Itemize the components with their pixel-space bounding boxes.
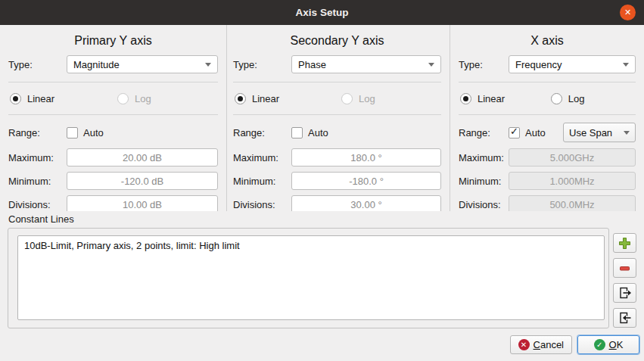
radio-checked-icon [460, 93, 471, 104]
list-item[interactable]: 10dB-Limit, Primary axis, 2 points, limi… [24, 239, 598, 252]
minimum-label: Minimum: [459, 176, 509, 187]
divisions-input [509, 195, 636, 211]
minimum-label: Minimum: [8, 176, 67, 187]
panel-title: Primary Y axis [8, 33, 218, 49]
separator [8, 82, 218, 82]
type-select[interactable]: Frequency [509, 55, 636, 73]
export-lines-button[interactable] [613, 283, 636, 303]
type-select-value: Frequency [515, 59, 618, 70]
add-line-button[interactable] [613, 233, 636, 253]
ok-button-label: OK [609, 339, 624, 350]
cancel-button-label: Cancel [534, 339, 564, 350]
type-label: Type: [233, 59, 291, 70]
log-radio-label: Log [135, 93, 151, 104]
chevron-down-icon [205, 63, 211, 67]
auto-checkbox-label: Auto [308, 127, 328, 138]
divisions-label: Divisions: [233, 199, 291, 210]
radio-checked-icon [235, 93, 246, 104]
panel-title: Secondary Y axis [233, 33, 441, 49]
export-icon [618, 286, 632, 300]
linear-radio-label: Linear [478, 93, 505, 104]
range-label: Range: [459, 127, 509, 138]
separator [459, 114, 636, 115]
log-radio: Log [117, 93, 151, 104]
type-select[interactable]: Magnitude [67, 55, 218, 73]
separator [233, 82, 441, 82]
constant-lines-section: 10dB-Limit, Primary axis, 2 points, limi… [0, 228, 644, 328]
maximum-label: Maximum: [459, 152, 509, 163]
minimum-input[interactable] [291, 172, 441, 190]
cancel-button[interactable]: ✕ Cancel [510, 335, 572, 354]
panel-title: X axis [459, 33, 636, 49]
range-label: Range: [8, 127, 67, 138]
constant-lines-label: Constant Lines [8, 213, 644, 225]
type-select[interactable]: Phase [291, 55, 441, 73]
divisions-input[interactable] [67, 195, 218, 211]
constant-lines-groupbox: 10dB-Limit, Primary axis, 2 points, limi… [8, 228, 609, 328]
type-select-value: Magnitude [73, 59, 201, 70]
linear-radio[interactable]: Linear [8, 93, 117, 104]
auto-checkbox[interactable]: Auto [67, 127, 104, 138]
dialog-footer: ✕ Cancel ✓ OK [0, 328, 644, 361]
log-radio[interactable]: Log [551, 93, 585, 104]
chevron-down-icon [623, 63, 629, 67]
span-mode-value: Use Span [569, 127, 619, 138]
close-button[interactable]: ✕ [620, 5, 636, 20]
log-radio-label: Log [568, 93, 585, 104]
minus-icon [618, 262, 631, 275]
checkbox-unchecked-icon [291, 127, 303, 138]
constant-lines-list[interactable]: 10dB-Limit, Primary axis, 2 points, limi… [17, 235, 605, 320]
ok-icon: ✓ [594, 339, 605, 350]
checkbox-unchecked-icon [67, 127, 78, 138]
maximum-label: Maximum: [233, 152, 291, 163]
remove-line-button[interactable] [613, 258, 636, 278]
axis-columns: Primary Y axis Type: Magnitude Linear Lo… [0, 25, 644, 211]
radio-checked-icon [10, 93, 21, 104]
log-radio: Log [341, 93, 375, 104]
radio-unchecked-icon [551, 93, 562, 104]
log-radio-label: Log [359, 93, 375, 104]
type-select-value: Phase [298, 59, 424, 70]
auto-checkbox-label: Auto [83, 127, 104, 138]
type-label: Type: [8, 59, 67, 70]
import-lines-button[interactable] [613, 308, 636, 328]
minimum-input [509, 172, 636, 190]
auto-checkbox[interactable]: Auto [509, 127, 546, 138]
titlebar[interactable]: Axis Setup ✕ [0, 0, 644, 25]
linear-radio[interactable]: Linear [233, 93, 341, 104]
chevron-down-icon [428, 63, 434, 67]
constant-lines-buttons [613, 228, 636, 328]
type-label: Type: [459, 59, 509, 70]
maximum-input [509, 148, 636, 166]
divisions-label: Divisions: [459, 199, 509, 210]
primary-y-axis-panel: Primary Y axis Type: Magnitude Linear Lo… [0, 25, 227, 211]
x-axis-panel: X axis Type: Frequency Linear Log [450, 25, 644, 211]
close-icon: ✕ [624, 5, 631, 20]
linear-radio-label: Linear [27, 93, 54, 104]
separator [233, 114, 441, 115]
auto-checkbox[interactable]: Auto [291, 127, 328, 138]
cancel-icon: ✕ [518, 339, 530, 350]
maximum-input[interactable] [67, 148, 218, 166]
radio-unchecked-icon [117, 93, 129, 104]
ok-button[interactable]: ✓ OK [577, 335, 639, 354]
divisions-input[interactable] [291, 195, 441, 211]
separator [8, 114, 218, 115]
span-mode-select[interactable]: Use Span [563, 123, 636, 142]
secondary-y-axis-panel: Secondary Y axis Type: Phase Linear Log [227, 25, 450, 211]
auto-checkbox-label: Auto [525, 127, 546, 138]
range-label: Range: [233, 127, 291, 138]
axis-setup-dialog: Axis Setup ✕ Primary Y axis Type: Magnit… [0, 0, 644, 361]
separator [459, 82, 636, 82]
window-title: Axis Setup [296, 7, 349, 18]
minimum-label: Minimum: [233, 176, 291, 187]
plus-icon [618, 237, 631, 250]
checkbox-checked-icon [509, 127, 520, 138]
minimum-input[interactable] [67, 172, 218, 190]
maximum-input[interactable] [291, 148, 441, 166]
chevron-down-icon [624, 131, 630, 135]
linear-radio-label: Linear [252, 93, 279, 104]
linear-radio[interactable]: Linear [459, 93, 551, 104]
maximum-label: Maximum: [8, 152, 67, 163]
radio-unchecked-icon [341, 93, 353, 104]
